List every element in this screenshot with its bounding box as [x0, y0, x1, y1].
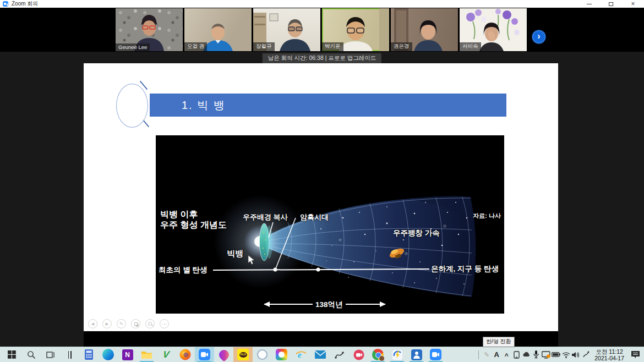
- cam-app-button[interactable]: [349, 347, 368, 362]
- next-slide-button[interactable]: [102, 319, 112, 328]
- tray-date: 2021-04-17: [594, 355, 624, 361]
- participant-video[interactable]: 오걸 권: [184, 8, 252, 51]
- participant-video[interactable]: 서미숙: [460, 8, 527, 51]
- label-big-bang: 빅뱅: [227, 249, 243, 259]
- minimize-button[interactable]: [578, 0, 600, 8]
- search-button[interactable]: [21, 347, 41, 362]
- participant-video[interactable]: 권은경: [391, 8, 458, 51]
- label-expansion: 우주팽창 가속: [393, 228, 440, 238]
- calculator-icon: [84, 349, 94, 360]
- paint-drop-icon: [217, 348, 231, 361]
- ring-app-button[interactable]: [253, 347, 272, 362]
- action-center-icon: [631, 350, 640, 359]
- sign-pen-icon[interactable]: [581, 347, 591, 362]
- participant-video[interactable]: 장필규: [253, 8, 320, 51]
- internet-explorer-button[interactable]: e: [291, 347, 310, 362]
- adobe-cc-icon: [276, 349, 287, 360]
- display-notification-icon[interactable]: [541, 347, 551, 362]
- slideshow-toolbar: [88, 319, 169, 328]
- previous-slide-button[interactable]: [88, 319, 97, 328]
- start-button[interactable]: [2, 347, 21, 362]
- ime-tooltip: 한/영 전환: [483, 337, 515, 347]
- decoration-ellipse: [116, 84, 148, 128]
- restore-button[interactable]: [600, 0, 622, 8]
- person-app-button[interactable]: [407, 347, 426, 362]
- lightning-app-icon: [392, 349, 403, 360]
- adobe-cc-button[interactable]: [272, 347, 291, 362]
- zoom-app-2-button[interactable]: [426, 347, 445, 362]
- firefox-icon: [179, 349, 191, 360]
- participant-name: 장필규: [253, 42, 275, 51]
- participant-video-active-speaker[interactable]: 박기운: [322, 8, 389, 51]
- more-options-button[interactable]: [160, 319, 169, 328]
- upgrade-link[interactable]: 프로로 업그레이드: [328, 54, 376, 61]
- battery-icon[interactable]: [551, 347, 561, 362]
- sharex-button[interactable]: [330, 347, 349, 362]
- participant-name: 서미숙: [460, 42, 481, 51]
- mail-button[interactable]: [310, 347, 330, 362]
- kakaotalk-icon: TALK: [237, 349, 249, 360]
- pen-tool-button[interactable]: [117, 319, 126, 328]
- edge-icon: [102, 349, 114, 360]
- edge-button[interactable]: [99, 347, 118, 362]
- participant-name: 박기운: [322, 42, 343, 51]
- next-participants-button[interactable]: [532, 30, 545, 43]
- label-first-star: 최초의 별 탄생: [159, 265, 208, 275]
- internet-explorer-icon: e: [296, 349, 307, 360]
- participant-name: Geunee Lee: [116, 43, 150, 51]
- pipes-app-button[interactable]: [60, 347, 79, 362]
- volume-icon[interactable]: [571, 347, 581, 362]
- close-button[interactable]: [622, 0, 644, 8]
- magnifier-icon: [148, 322, 152, 326]
- slide-title: 1. 빅 뱅: [150, 94, 506, 117]
- hidden-icons-chevron[interactable]: ^: [501, 348, 511, 362]
- v3-app-button[interactable]: V: [156, 347, 176, 362]
- label-13-8-billion-years: 138억년: [313, 300, 346, 310]
- calculator-button[interactable]: [79, 347, 99, 362]
- windows-taskbar: N V TALK e: [0, 347, 644, 362]
- paint-drop-app-button[interactable]: [214, 347, 233, 362]
- ime-indicator[interactable]: A: [492, 347, 501, 362]
- restore-icon: [609, 2, 613, 6]
- search-icon: [27, 350, 36, 359]
- tablet-pen-icon[interactable]: ✎: [482, 347, 492, 362]
- label-source-nasa: 자료: 나사: [473, 212, 501, 220]
- cam-app-icon: [353, 349, 364, 360]
- window-title: Zoom 회의: [12, 0, 38, 8]
- ring-app-icon: [257, 349, 268, 360]
- chrome-button[interactable]: [368, 347, 388, 362]
- firefox-button[interactable]: [176, 347, 195, 362]
- participant-name: 권은경: [391, 42, 412, 51]
- big-bang-diagram-image: 빅뱅 이후 우주 형성 개념도 우주배경 복사 암흑시대 자료: 나사 우주팽창…: [156, 135, 504, 314]
- zoom-meeting-window: Zoom 회의 Geunee Lee: [0, 0, 644, 362]
- zoom-camera-icon: [199, 349, 210, 360]
- file-explorer-button[interactable]: [137, 347, 156, 362]
- chrome-icon: [372, 349, 384, 360]
- onedrive-cloud-icon[interactable]: [521, 347, 531, 362]
- video-thumbnails: Geunee Lee 오걸 권: [116, 8, 527, 51]
- task-view-button[interactable]: [41, 347, 60, 362]
- microphone-icon[interactable]: [531, 347, 541, 362]
- tray-clock[interactable]: 오전 11:12 2021-04-17: [591, 348, 628, 361]
- person-app-icon: [411, 349, 422, 360]
- window-controls: [578, 0, 644, 8]
- shared-screen-slide: 1. 빅 뱅: [84, 63, 558, 331]
- onenote-button[interactable]: N: [118, 347, 137, 362]
- kakaotalk-button[interactable]: TALK: [233, 347, 253, 362]
- lightning-app-button[interactable]: [388, 347, 407, 362]
- wifi-icon[interactable]: [561, 347, 571, 362]
- separator: |: [325, 54, 327, 61]
- action-center-button[interactable]: [628, 347, 642, 362]
- sharex-icon: [335, 350, 345, 359]
- windows-logo-icon: [8, 350, 16, 359]
- pipes-icon: [68, 351, 72, 359]
- label-cosmic-background: 우주배경 복사: [243, 212, 288, 222]
- v3-icon: V: [162, 349, 170, 360]
- slides-view-button[interactable]: [131, 319, 140, 328]
- device-icon[interactable]: [511, 347, 521, 362]
- zoom-slide-button[interactable]: [145, 319, 155, 328]
- mail-icon: [315, 350, 326, 359]
- zoom-app-button[interactable]: [195, 347, 214, 362]
- participant-video[interactable]: Geunee Lee: [116, 8, 183, 51]
- window-titlebar: Zoom 회의: [0, 0, 644, 8]
